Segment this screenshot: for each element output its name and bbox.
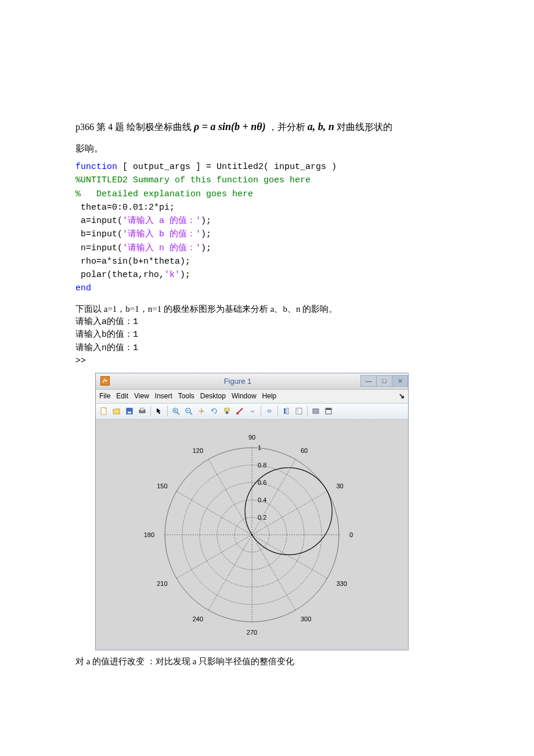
- svg-text:150: 150: [157, 483, 167, 489]
- open-icon[interactable]: [111, 405, 122, 417]
- code-l5c: );: [201, 216, 211, 226]
- save-icon[interactable]: [124, 405, 135, 417]
- menu-help[interactable]: Help: [262, 392, 277, 400]
- menu-window[interactable]: Window: [232, 392, 257, 400]
- code-l8: rho=a*sin(b+n*theta);: [75, 257, 190, 267]
- arrow-icon[interactable]: [153, 405, 165, 417]
- matlab-code: function [ output_args ] = Untitled2( in…: [75, 160, 459, 296]
- toolbar-separator: [307, 406, 308, 416]
- svg-rect-18: [296, 408, 302, 414]
- cmd-l2: 请输入b的值：1: [75, 330, 138, 340]
- menu-insert[interactable]: Insert: [155, 392, 172, 400]
- zoom-out-icon[interactable]: [183, 405, 194, 417]
- menu-edit[interactable]: Edit: [116, 392, 128, 400]
- code-l7b: '请输入 n 的值：': [122, 243, 201, 253]
- problem-prefix: p366 第 4 题 绘制极坐标曲线: [75, 122, 192, 132]
- svg-text:30: 30: [336, 483, 343, 489]
- svg-line-10: [190, 412, 192, 415]
- svg-rect-23: [326, 408, 331, 410]
- svg-text:300: 300: [301, 615, 311, 622]
- svg-text:270: 270: [247, 629, 257, 636]
- figure-window: Figure 1 — □ ✕ File Edit View Insert Too…: [95, 373, 409, 650]
- svg-rect-12: [225, 408, 229, 411]
- svg-line-49: [252, 535, 295, 610]
- code-l5a: a=input(: [75, 216, 122, 226]
- insert-colorbar-icon[interactable]: [280, 405, 292, 417]
- svg-text:90: 90: [248, 434, 255, 441]
- svg-rect-16: [284, 408, 286, 414]
- toolbar-separator: [277, 406, 278, 416]
- svg-text:210: 210: [157, 580, 167, 587]
- titlebar: Figure 1 — □ ✕: [96, 373, 408, 390]
- toolbar: [96, 404, 408, 420]
- maximize-button[interactable]: □: [376, 375, 392, 387]
- rotate-icon[interactable]: [208, 405, 220, 417]
- svg-text:0.8: 0.8: [258, 462, 266, 469]
- dropdown-icon[interactable]: [247, 405, 258, 417]
- svg-text:180: 180: [144, 531, 154, 538]
- command-output: 请输入a的值：1 请输入b的值：1 请输入n的值：1 >>: [75, 316, 459, 368]
- kw-function: function: [75, 162, 117, 172]
- brush-icon[interactable]: [234, 405, 246, 417]
- menubar: File Edit View Insert Tools Desktop Wind…: [96, 390, 408, 404]
- svg-text:0.4: 0.4: [258, 496, 266, 503]
- toolbar-separator: [167, 406, 168, 416]
- svg-line-51: [252, 535, 327, 578]
- menu-desktop[interactable]: Desktop: [200, 392, 226, 400]
- data-cursor-icon[interactable]: [221, 405, 233, 417]
- matlab-icon: [100, 376, 110, 386]
- code-l9c: );: [180, 270, 190, 280]
- cmd-l1: 请输入a的值：1: [75, 317, 138, 327]
- svg-line-45: [208, 535, 252, 610]
- svg-text:1: 1: [258, 444, 261, 451]
- code-l5b: '请输入 a 的值：': [122, 216, 201, 226]
- code-l9b: 'k': [164, 270, 180, 280]
- code-l6b: '请输入 b 的值：': [122, 229, 201, 239]
- window-title: Figure 1: [114, 377, 361, 386]
- zoom-in-icon[interactable]: [170, 405, 182, 417]
- svg-line-6: [177, 412, 179, 415]
- menu-file[interactable]: File: [99, 392, 110, 400]
- problem-mid: ，并分析: [268, 122, 305, 132]
- menu-overflow-icon[interactable]: ↘: [399, 392, 405, 400]
- hide-tools-icon[interactable]: [310, 405, 322, 417]
- polar-plot: 03060901201501802102402703003300.20.40.6…: [142, 430, 362, 639]
- toolbar-separator: [261, 406, 261, 416]
- svg-text:240: 240: [193, 615, 203, 622]
- pan-icon[interactable]: [196, 405, 207, 417]
- code-l7c: );: [201, 243, 211, 253]
- cmd-prompt: >>: [75, 356, 86, 366]
- conclusion: 对 a 的值进行改变 ：对比发现 a 只影响半径值的整倍变化: [75, 656, 459, 667]
- link-icon[interactable]: [264, 405, 275, 417]
- minimize-button[interactable]: —: [360, 375, 377, 387]
- code-l6c: );: [201, 229, 211, 239]
- svg-text:120: 120: [193, 447, 203, 453]
- svg-text:330: 330: [336, 580, 347, 587]
- code-l1b: [ output_args ] = Untitled2( input_args …: [117, 162, 337, 172]
- plot-area: 03060901201501802102402703003300.20.40.6…: [96, 420, 408, 650]
- code-comment-2: % Detailed explanation goes here: [75, 189, 253, 199]
- code-comment-1: %UNTITLED2 Summary of this function goes…: [75, 175, 311, 185]
- svg-line-43: [176, 535, 252, 578]
- code-l6a: b=input(: [75, 229, 122, 239]
- svg-text:0: 0: [349, 531, 353, 538]
- svg-rect-4: [140, 408, 144, 411]
- svg-rect-2: [128, 412, 131, 413]
- insert-legend-icon[interactable]: [293, 405, 305, 417]
- print-icon[interactable]: [136, 405, 148, 417]
- svg-text:0.2: 0.2: [258, 514, 266, 521]
- problem-suffix2: 影响。: [75, 143, 103, 153]
- close-button[interactable]: ✕: [392, 375, 408, 387]
- menu-tools[interactable]: Tools: [178, 392, 194, 400]
- kw-end: end: [75, 283, 91, 293]
- problem-statement: p366 第 4 题 绘制极坐标曲线 ρ = a sin(b + nθ) ，并分…: [75, 116, 459, 137]
- toolbar-separator: [150, 406, 151, 416]
- problem-statement-2: 影响。: [75, 139, 459, 158]
- svg-line-37: [208, 459, 252, 535]
- menu-view[interactable]: View: [134, 392, 149, 400]
- problem-formula: ρ = a sin(b + nθ): [194, 121, 266, 132]
- code-l4: theta=0:0.01:2*pi;: [75, 203, 175, 213]
- svg-text:0.6: 0.6: [258, 479, 266, 486]
- dock-icon[interactable]: [323, 405, 334, 417]
- new-icon[interactable]: [98, 405, 110, 417]
